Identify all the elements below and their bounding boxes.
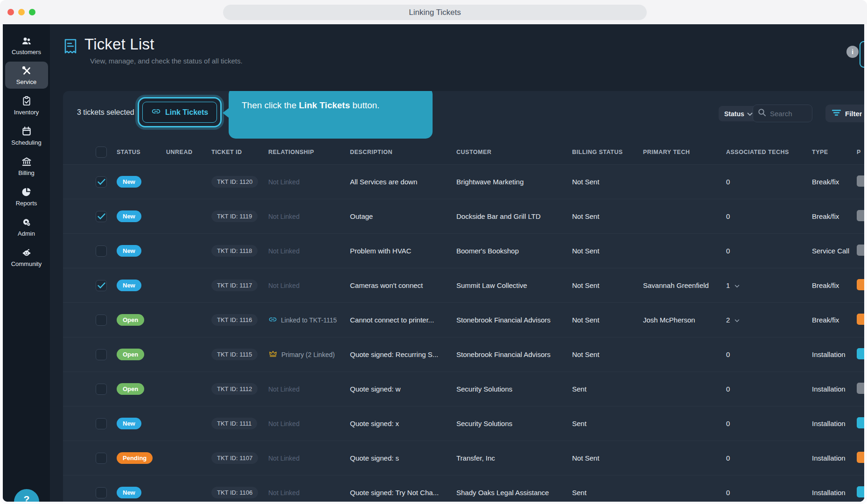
ticket-id-pill: TKT ID: 1107 [211,452,258,464]
window-title: Linking Tickets [223,5,647,20]
titlebar: Linking Tickets [0,0,867,24]
filter-button[interactable]: Filter [825,105,864,122]
associated-techs-cell: 0 [726,454,812,462]
priority-badge [857,486,864,497]
sidebar-item-scheduling[interactable]: Scheduling [5,122,48,149]
description-cell: Cannot connect to printer... [350,316,456,324]
main-area: Ticket List View, manage, and check the … [50,24,864,502]
sidebar-item-reports[interactable]: Reports [5,182,48,210]
type-cell: Break/fix [812,212,857,220]
billing-status-cell: Not Sent [572,281,643,289]
sidebar-item-label: Billing [18,169,35,176]
column-header-primary-tech[interactable]: PRIMARY TECH [643,149,726,155]
customer-cell: Transfer, Inc [456,454,572,462]
column-header-relationship[interactable]: RELATIONSHIP [268,149,350,155]
row-checkbox[interactable] [96,280,107,291]
table-row[interactable]: New TKT ID: 1117 Not Linked Cameras won'… [63,268,864,303]
crown-icon [268,350,278,359]
status-badge: Open [117,349,144,360]
row-checkbox[interactable] [96,453,107,464]
type-cell: Installation [812,350,857,358]
zoom-window-button[interactable] [29,9,35,15]
description-cell: Quote signed: Try Not Cha... [350,489,456,497]
relationship-label: Not Linked [268,178,300,186]
row-checkbox[interactable] [96,176,107,188]
link-icon [151,106,161,118]
priority-badge [857,210,864,221]
table-row[interactable]: Pending TKT ID: 1107 Not Linked Quote si… [63,441,864,476]
table-row[interactable]: Open TKT ID: 1115 Primary (2 Linked) Quo… [63,337,864,372]
link-icon [268,315,277,325]
column-header-associated-techs[interactable]: ASSOCIATED TECHS [726,149,812,155]
sidebar-item-label: Service [16,78,36,85]
cutoff-sort-button[interactable] [862,105,864,122]
table-row[interactable]: New TKT ID: 1118 Not Linked Problem with… [63,234,864,268]
cutoff-highlighted-button[interactable] [860,41,864,68]
relationship-cell: Not Linked [268,247,350,255]
minimize-window-button[interactable] [18,9,25,15]
table-row[interactable]: Open TKT ID: 1116 Linked to TKT-1115 Can… [63,303,864,337]
tooltip-text: Then click the [242,100,299,110]
row-checkbox[interactable] [96,245,107,257]
table-row[interactable]: New TKT ID: 1120 Not Linked All Services… [63,165,864,199]
relationship-label: Not Linked [268,385,300,393]
table-row[interactable]: New TKT ID: 1106 Not Linked Quote signed… [63,476,864,502]
search-box[interactable] [753,105,812,122]
status-badge: New [117,280,141,291]
sidebar-item-label: Reports [16,200,37,207]
description-cell: All Services are down [350,178,456,186]
column-header-ticket-id[interactable]: TICKET ID [211,149,268,155]
page-subtitle: View, manage, and check the status of al… [84,57,243,65]
relationship-label: Not Linked [268,213,300,220]
sidebar-item-inventory[interactable]: Inventory [5,91,48,119]
associated-techs-cell: 0 [726,247,812,255]
info-icon[interactable]: i [846,46,859,58]
billing-status-cell: Not Sent [572,178,643,186]
status-dropdown[interactable]: Status [719,106,757,121]
sidebar-item-billing[interactable]: Billing [5,152,48,180]
relationship-cell: Not Linked [268,385,350,393]
column-header-billing-status[interactable]: BILLING STATUS [572,149,643,155]
chevron-down-icon[interactable] [734,281,740,289]
link-tickets-button[interactable]: Link Tickets [142,102,217,123]
column-header-customer[interactable]: CUSTOMER [456,149,572,155]
column-header-description[interactable]: DESCRIPTION [350,149,456,155]
column-header-priority[interactable]: P [857,149,864,155]
row-checkbox[interactable] [96,211,107,222]
sidebar-item-community[interactable]: Community [5,243,48,271]
techs-count: 0 [726,247,730,255]
relationship-cell: Not Linked [268,282,350,289]
table-row[interactable]: Open TKT ID: 1112 Not Linked Quote signe… [63,372,864,406]
relationship-label: Linked to TKT-1115 [281,316,337,324]
column-header-type[interactable]: TYPE [812,149,857,155]
techs-count: 1 [726,281,730,289]
status-badge: Open [117,383,144,395]
description-cell: Outage [350,212,456,220]
row-checkbox[interactable] [96,315,107,326]
table-row[interactable]: New TKT ID: 1119 Not Linked Outage Docks… [63,199,864,234]
priority-badge [857,348,864,359]
associated-techs-cell: 2 [726,316,812,324]
row-checkbox[interactable] [96,487,107,498]
close-window-button[interactable] [7,9,14,15]
select-all-checkbox[interactable] [96,147,107,158]
table-row[interactable]: New TKT ID: 1111 Not Linked Quote signed… [63,406,864,441]
row-checkbox[interactable] [96,418,107,429]
customer-cell: Summit Law Collective [456,281,572,289]
row-checkbox[interactable] [96,349,107,360]
priority-badge [857,314,864,325]
sidebar-item-customers[interactable]: Customers [5,32,48,59]
relationship-cell: Not Linked [268,213,350,220]
column-header-status[interactable]: STATUS [117,149,166,155]
row-checkbox[interactable] [96,384,107,395]
status-badge: Pending [117,452,153,464]
sidebar-item-service[interactable]: Service [5,62,48,89]
search-input[interactable] [770,110,807,118]
column-header-unread[interactable]: UNREAD [166,149,211,155]
chevron-down-icon[interactable] [734,316,740,324]
tooltip-text-bold: Link Tickets [299,100,350,110]
associated-techs-cell: 0 [726,420,812,427]
type-cell: Installation [812,489,857,497]
sidebar-item-admin[interactable]: Admin [5,213,48,240]
help-button[interactable]: ? [14,489,39,502]
